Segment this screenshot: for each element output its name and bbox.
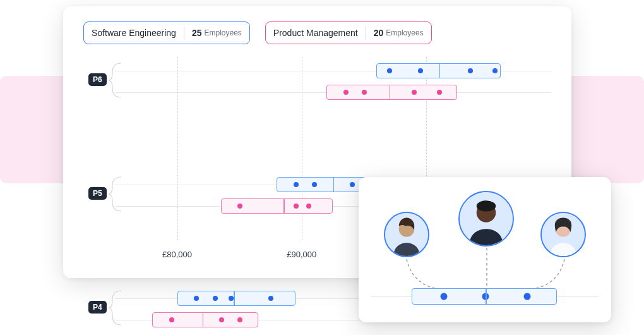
data-point[interactable] [194,296,199,301]
data-point[interactable] [468,68,473,73]
data-point[interactable] [492,68,498,73]
median-line [390,85,391,100]
legend-label: Software Engineering [92,28,184,38]
data-point[interactable] [387,68,392,73]
detail-median [486,288,487,305]
level-badge: P6 [88,73,107,86]
legend-count: 20 [366,28,386,38]
data-point[interactable] [312,182,317,187]
legend-item-product-management[interactable]: Product Management 20 Employees [265,21,432,44]
salary-box[interactable] [326,85,457,100]
data-point[interactable] [294,204,299,209]
avatar-person-3[interactable] [540,212,586,257]
data-point[interactable] [237,204,242,209]
series-track [115,81,551,104]
level-row-p6: P6 [96,57,551,114]
data-point[interactable] [350,182,355,187]
median-line [333,177,335,192]
axis-tick-label: £90,000 [287,250,316,259]
salary-box[interactable] [221,198,333,214]
median-line [203,312,204,327]
connector-line-1 [405,258,443,293]
data-point[interactable] [219,317,224,322]
data-point[interactable] [213,296,218,301]
data-point[interactable] [169,317,174,322]
median-line [439,63,441,78]
data-point[interactable] [418,68,423,73]
legend-count: 25 [184,28,205,38]
level-badge: P5 [88,187,107,200]
legend-label: Product Management [273,28,366,38]
level-badge: P4 [88,301,107,314]
connector-line-3 [528,258,566,293]
data-point[interactable] [362,90,367,95]
legend-unit: Employees [204,28,241,37]
detail-dot [524,293,531,300]
connector-line-2 [484,247,490,291]
svg-point-4 [477,200,496,211]
employee-detail-card [359,177,611,322]
salary-box[interactable] [152,312,258,327]
salary-box[interactable] [376,63,501,78]
data-point[interactable] [294,182,299,187]
legend-unit: Employees [386,28,423,37]
data-point[interactable] [306,204,311,209]
legend-item-software-engineering[interactable]: Software Engineering 25 Employees [83,21,250,44]
detail-dot [441,293,448,300]
series-track [115,59,551,82]
data-point[interactable] [229,296,234,301]
salary-box[interactable] [177,291,295,306]
legend: Software Engineering 25 Employees Produc… [83,21,551,44]
avatar-person-2[interactable] [458,191,514,247]
data-point[interactable] [437,90,442,95]
median-line [283,198,285,214]
median-line [234,291,235,306]
avatar-person-1[interactable] [384,212,429,257]
data-point[interactable] [343,90,349,95]
data-point[interactable] [412,90,417,95]
axis-tick-label: £80,000 [162,250,192,259]
detail-salary-box [412,288,557,305]
data-point[interactable] [268,296,273,301]
data-point[interactable] [237,317,242,322]
